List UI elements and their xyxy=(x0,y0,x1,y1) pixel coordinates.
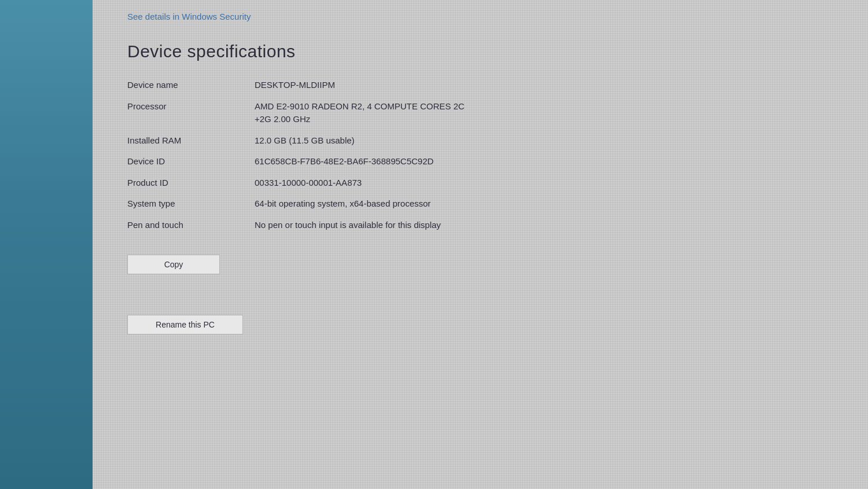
spec-row-product-id: Product ID 00331-10000-00001-AA873 xyxy=(127,177,833,190)
spec-value-device-id: 61C658CB-F7B6-48E2-BA6F-368895C5C92D xyxy=(255,155,433,168)
spec-row-device-name: Device name DESKTOP-MLDIIPM xyxy=(127,79,833,92)
spec-row-system-type: System type 64-bit operating system, x64… xyxy=(127,197,833,211)
spec-row-device-id: Device ID 61C658CB-F7B6-48E2-BA6F-368895… xyxy=(127,155,833,168)
spec-label-device-name: Device name xyxy=(127,79,255,90)
spec-label-ram: Installed RAM xyxy=(127,134,255,145)
spec-label-device-id: Device ID xyxy=(127,155,255,166)
spec-value-processor: AMD E2-9010 RADEON R2, 4 COMPUTE CORES 2… xyxy=(255,100,465,126)
processor-line2: +2G 2.00 GHz xyxy=(255,113,465,126)
spec-label-product-id: Product ID xyxy=(127,177,255,187)
windows-security-link[interactable]: See details in Windows Security xyxy=(127,12,833,21)
sidebar xyxy=(0,0,93,489)
spec-value-pen-touch: No pen or touch input is available for t… xyxy=(255,219,441,232)
spec-value-system-type: 64-bit operating system, x64-based proce… xyxy=(255,197,431,211)
spec-label-system-type: System type xyxy=(127,197,255,208)
rename-pc-button[interactable]: Rename this PC xyxy=(127,315,243,334)
spec-value-ram: 12.0 GB (11.5 GB usable) xyxy=(255,134,355,148)
spec-row-pen-touch: Pen and touch No pen or touch input is a… xyxy=(127,219,833,232)
specs-table: Device name DESKTOP-MLDIIPM Processor AM… xyxy=(127,79,833,231)
main-content: See details in Windows Security Device s… xyxy=(93,0,868,489)
copy-button[interactable]: Copy xyxy=(127,255,220,274)
spec-value-device-name: DESKTOP-MLDIIPM xyxy=(255,79,335,92)
spec-label-processor: Processor xyxy=(127,100,255,111)
processor-line1: AMD E2-9010 RADEON R2, 4 COMPUTE CORES 2… xyxy=(255,100,465,113)
spec-label-pen-touch: Pen and touch xyxy=(127,219,255,230)
section-title: Device specifications xyxy=(127,42,833,61)
spec-row-ram: Installed RAM 12.0 GB (11.5 GB usable) xyxy=(127,134,833,148)
spec-row-processor: Processor AMD E2-9010 RADEON R2, 4 COMPU… xyxy=(127,100,833,126)
spec-value-product-id: 00331-10000-00001-AA873 xyxy=(255,177,362,190)
